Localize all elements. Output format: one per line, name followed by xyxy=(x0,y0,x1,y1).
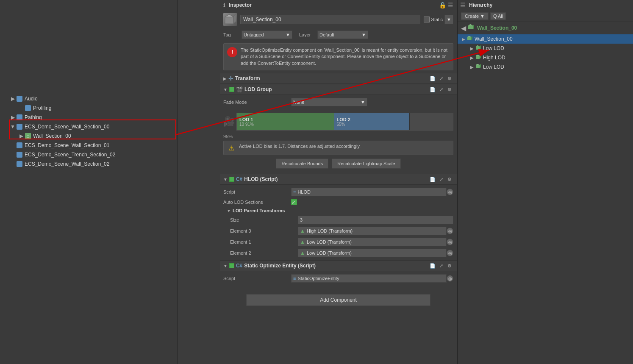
back-arrow-icon[interactable]: ◀ xyxy=(461,24,466,32)
static-opt-book-btn[interactable]: 📄 xyxy=(429,262,436,270)
unity-scene-icon xyxy=(25,105,31,111)
element-0-ref[interactable]: ▲ High LOD (Transform) xyxy=(298,227,447,235)
lod-parent-transforms-header: ▼ LOD Parent Transforms xyxy=(223,207,453,214)
element-1-value: Low LOD (Transform) xyxy=(307,239,352,245)
lod-bias-text: Active LOD bias is 1.7. Distances are ad… xyxy=(239,144,361,152)
expand-icon xyxy=(19,106,24,111)
lod-buttons-row: Recalculate Bounds Recalculate Lightmap … xyxy=(223,158,453,169)
tree-item-ecs-wall-02[interactable]: ECS_Demo_Scene_Wall_Section_02 xyxy=(0,159,178,169)
tree-item-label: ECS_Demo_Scene_Wall_Section_00 xyxy=(25,124,109,130)
lod-expand-btn[interactable]: ⤢ xyxy=(437,86,445,93)
hlod-script-ref[interactable]: ≡ HLOD xyxy=(291,188,447,196)
recalc-bounds-btn[interactable]: Recalculate Bounds xyxy=(276,158,328,169)
svg-marker-11 xyxy=(233,14,236,24)
element-2-pick[interactable]: ◎ xyxy=(447,250,453,256)
svg-rect-0 xyxy=(17,96,22,102)
hierarchy-cube-icon xyxy=(475,45,481,52)
cube-icon: □ xyxy=(25,133,31,139)
layer-dropdown[interactable]: Default ▼ xyxy=(317,31,368,39)
static-opt-buttons: 📄 ⤢ ⚙ xyxy=(429,262,453,270)
hlod-checkbox[interactable] xyxy=(229,177,234,182)
static-optimize-title: Static Optimize Entity (Script) xyxy=(244,263,429,269)
static-opt-script-ref[interactable]: ≡ StaticOptimizeEntity xyxy=(291,274,447,283)
element-0-value: High LOD (Transform) xyxy=(307,228,353,233)
static-opt-file-icon: ≡ xyxy=(293,276,296,281)
lod-checkbox[interactable] xyxy=(229,87,234,92)
lod0-bottom: 10 91% xyxy=(239,122,331,127)
static-optimize-header[interactable]: ▼ C# Static Optimize Entity (Script) 📄 ⤢… xyxy=(220,260,457,271)
static-opt-script-icon: C# xyxy=(236,263,242,269)
warning-text: The StaticOptimizeEntity component on 'W… xyxy=(241,47,450,67)
hierarchy-item-label: Low LOD xyxy=(483,45,504,51)
all-button[interactable]: Q All xyxy=(490,12,506,20)
fade-mode-dropdown[interactable]: None ▼ xyxy=(291,98,367,106)
transform-header[interactable]: ▶ ✛ Transform 📄 ⤢ ⚙ xyxy=(220,73,457,84)
element-0-pick[interactable]: ◎ xyxy=(447,228,453,234)
hlod-script-row: Script ≡ HLOD ◎ xyxy=(223,186,453,197)
hierarchy-item-low-lod-2[interactable]: ▶ Low LOD xyxy=(458,62,633,72)
hlod-title: HLOD (Script) xyxy=(244,176,429,182)
lock-icon[interactable]: 🔒 ☰ xyxy=(439,2,453,8)
hlod-header[interactable]: ▼ C# HLOD (Script) 📄 ⤢ ⚙ xyxy=(220,174,457,185)
tree-item-wall-section-00[interactable]: ▶ □ Wall_Section_00 xyxy=(0,131,178,141)
hierarchy-item-high-lod[interactable]: ▶ High LOD xyxy=(458,53,633,62)
static-dropdown[interactable]: ▼ xyxy=(444,15,453,24)
static-opt-settings-btn[interactable]: ⚙ xyxy=(446,262,453,270)
element-1-pick[interactable]: ◎ xyxy=(447,239,453,245)
static-opt-expand-btn[interactable]: ⤢ xyxy=(437,262,445,270)
recalc-lightmap-btn[interactable]: Recalculate Lightmap Scale xyxy=(332,158,400,169)
svg-rect-18 xyxy=(476,46,480,50)
add-component-button[interactable]: Add Component xyxy=(246,294,430,306)
transform-expand-btn[interactable]: ⤢ xyxy=(437,75,445,82)
tag-dropdown[interactable]: Untagged ▼ xyxy=(242,31,292,39)
tree-item-audio[interactable]: ▶ Audio xyxy=(0,94,178,103)
tree-item-ecs-trench-02[interactable]: ECS_Demo_Scene_Trench_Section_02 xyxy=(0,150,178,159)
lod-settings-btn[interactable]: ⚙ xyxy=(446,86,453,93)
lod-book-btn[interactable]: 📄 xyxy=(429,86,436,93)
tree-item-ecs-wall-01[interactable]: ECS_Demo_Scene_Wall_Section_01 xyxy=(0,141,178,150)
tree-item-pathing[interactable]: ▶ Pathing xyxy=(0,113,178,122)
size-input[interactable] xyxy=(298,216,453,224)
element-2-ref[interactable]: ▲ Low LOD (Transform) xyxy=(298,249,447,257)
inspector-title: Inspector xyxy=(225,2,255,8)
hlod-settings-btn[interactable]: ⚙ xyxy=(446,175,453,183)
hlod-script-pick[interactable]: ◎ xyxy=(447,189,453,195)
transform-ref-icon-2: ▲ xyxy=(300,250,305,256)
lod-current-pct: 95% xyxy=(223,134,453,139)
tag-layer-row: Tag Untagged ▼ Layer Default ▼ xyxy=(220,29,457,41)
hierarchy-item-wall-root[interactable]: ▶ Wall_Section_00 xyxy=(458,34,633,44)
transform-settings-btn[interactable]: ⚙ xyxy=(446,75,453,82)
auto-lod-checkbox[interactable]: ✓ xyxy=(291,199,297,205)
tag-value: Untagged xyxy=(244,32,264,37)
lod-icon: 🎬 xyxy=(236,86,243,93)
camera-icon: 🎥 xyxy=(223,116,235,127)
tree-item-ecs-wall-00[interactable]: ▼ ECS_Demo_Scene_Wall_Section_00 xyxy=(0,122,178,131)
svg-rect-3 xyxy=(17,124,22,130)
tree-item-label: Audio xyxy=(25,96,38,102)
static-checkbox[interactable] xyxy=(424,17,430,22)
static-opt-pick[interactable]: ◎ xyxy=(447,275,453,282)
create-button[interactable]: Create ▼ xyxy=(461,12,489,20)
svg-marker-19 xyxy=(476,45,480,46)
lod-segment-0[interactable]: LOD 1 10 91% xyxy=(237,113,334,130)
svg-marker-13 xyxy=(468,24,473,25)
hlod-book-btn[interactable]: 📄 xyxy=(429,175,436,183)
lod-buttons: 📄 ⤢ ⚙ xyxy=(429,86,453,93)
svg-marker-22 xyxy=(476,55,480,56)
lod1-bottom: 65% xyxy=(337,122,407,127)
object-name-input[interactable] xyxy=(240,15,420,24)
transform-book-btn[interactable]: 📄 xyxy=(429,75,436,82)
hierarchy-item-low-lod-1[interactable]: ▶ Low LOD xyxy=(458,44,633,53)
breadcrumb: ◀ Wall_Section_00 xyxy=(458,22,633,34)
hlod-expand-btn[interactable]: ⤢ xyxy=(437,175,445,183)
lod-segment-1[interactable]: LOD 2 65% xyxy=(334,113,410,130)
svg-marker-26 xyxy=(480,64,481,68)
tree-item-profiling[interactable]: Profiling xyxy=(0,103,178,113)
element-1-ref[interactable]: ▲ Low LOD (Transform) xyxy=(298,238,447,246)
element-2-value: Low LOD (Transform) xyxy=(307,250,352,256)
unity-scene-icon xyxy=(16,161,23,167)
lod-group-header[interactable]: ▼ 🎬 LOD Group 📄 ⤢ ⚙ xyxy=(220,84,457,95)
hierarchy-tab: ☰ Hierarchy xyxy=(458,0,633,10)
inspector-scroll[interactable]: Static ▼ Tag Untagged ▼ Layer Default ▼ … xyxy=(220,10,457,364)
static-opt-checkbox[interactable] xyxy=(229,263,234,268)
